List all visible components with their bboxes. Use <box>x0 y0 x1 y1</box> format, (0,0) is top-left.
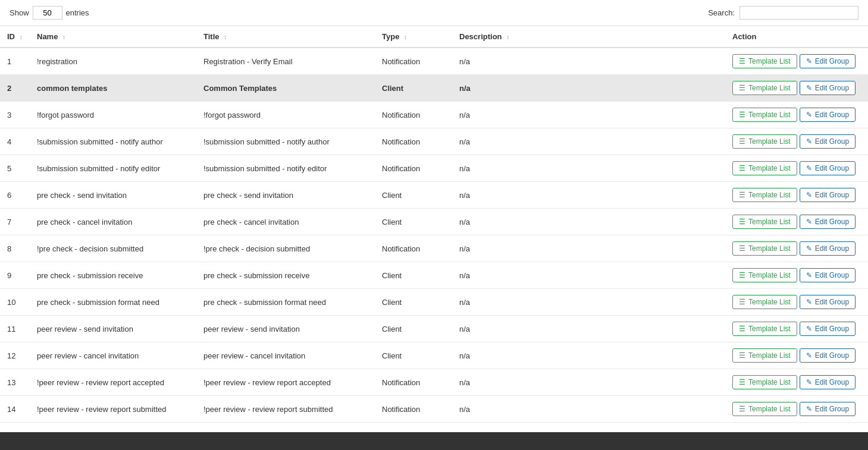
edit-group-button[interactable]: ✎Edit Group <box>800 188 856 202</box>
cell-type: Notification <box>375 369 452 396</box>
template-list-button[interactable]: ☰Template List <box>732 295 797 309</box>
edit-group-label: Edit Group <box>815 405 849 413</box>
cell-name: !forgot password <box>30 102 196 128</box>
cell-action: ☰Template List✎Edit Group <box>725 316 868 342</box>
cell-title: !forgot password <box>196 102 375 128</box>
template-list-button[interactable]: ☰Template List <box>732 268 797 282</box>
cell-type: Client <box>375 262 452 289</box>
cell-name: !registration <box>30 48 196 75</box>
cell-id: 13 <box>0 369 30 396</box>
cell-type: Notification <box>375 396 452 423</box>
edit-group-button[interactable]: ✎Edit Group <box>800 161 856 175</box>
cell-action: ☰Template List✎Edit Group <box>725 209 868 235</box>
edit-group-label: Edit Group <box>815 191 849 199</box>
col-header-description[interactable]: Description ↕ <box>452 26 725 48</box>
search-area: Search: <box>708 6 858 20</box>
cell-description: n/a <box>452 155 725 182</box>
edit-group-button[interactable]: ✎Edit Group <box>800 215 856 229</box>
cell-type: Notification <box>375 155 452 182</box>
edit-group-button[interactable]: ✎Edit Group <box>800 268 856 282</box>
template-list-label: Template List <box>748 298 791 306</box>
cell-title: pre check - cancel invitation <box>196 209 375 235</box>
col-header-id[interactable]: ID ↕ <box>0 26 30 48</box>
template-list-button[interactable]: ☰Template List <box>732 215 797 229</box>
edit-group-button[interactable]: ✎Edit Group <box>800 241 856 256</box>
edit-icon: ✎ <box>806 164 812 172</box>
edit-icon: ✎ <box>806 244 812 253</box>
edit-group-label: Edit Group <box>815 351 849 360</box>
cell-description: n/a <box>452 102 725 128</box>
table-row: 8!pre check - decision submitted!pre che… <box>0 235 868 262</box>
cell-title: !peer review - review report accepted <box>196 369 375 396</box>
template-list-button[interactable]: ☰Template List <box>732 375 797 389</box>
edit-group-label: Edit Group <box>815 378 849 386</box>
template-list-button[interactable]: ☰Template List <box>732 241 797 256</box>
template-list-label: Template List <box>748 164 791 172</box>
data-table: ID ↕ Name ↕ Title ↕ Type ↕ Description ↕… <box>0 26 868 423</box>
cell-description: n/a <box>452 369 725 396</box>
cell-id: 14 <box>0 396 30 423</box>
table-row: 6pre check - send invitationpre check - … <box>0 182 868 209</box>
col-header-name[interactable]: Name ↕ <box>30 26 196 48</box>
cell-type: Client <box>375 289 452 316</box>
template-list-button[interactable]: ☰Template List <box>732 134 797 149</box>
edit-group-button[interactable]: ✎Edit Group <box>800 134 856 149</box>
entries-input[interactable] <box>33 6 62 20</box>
list-icon: ☰ <box>739 164 745 172</box>
col-header-type[interactable]: Type ↕ <box>375 26 452 48</box>
table-row: 11peer review - send invitationpeer revi… <box>0 316 868 342</box>
cell-action: ☰Template List✎Edit Group <box>725 155 868 182</box>
cell-id: 2 <box>0 75 30 102</box>
template-list-button[interactable]: ☰Template List <box>732 161 797 175</box>
edit-icon: ✎ <box>806 191 812 199</box>
template-list-label: Template List <box>748 218 791 226</box>
edit-icon: ✎ <box>806 325 812 333</box>
template-list-label: Template List <box>748 244 791 253</box>
list-icon: ☰ <box>739 271 745 279</box>
template-list-button[interactable]: ☰Template List <box>732 81 797 95</box>
template-list-button[interactable]: ☰Template List <box>732 188 797 202</box>
cell-name: peer review - cancel invitation <box>30 342 196 369</box>
table-row: 13!peer review - review report accepted!… <box>0 369 868 396</box>
template-list-label: Template List <box>748 57 791 65</box>
edit-group-button[interactable]: ✎Edit Group <box>800 402 856 416</box>
edit-group-button[interactable]: ✎Edit Group <box>800 81 856 95</box>
edit-group-button[interactable]: ✎Edit Group <box>800 108 856 122</box>
edit-group-button[interactable]: ✎Edit Group <box>800 348 856 363</box>
template-list-label: Template List <box>748 351 791 360</box>
edit-group-button[interactable]: ✎Edit Group <box>800 54 856 68</box>
template-list-button[interactable]: ☰Template List <box>732 108 797 122</box>
sort-icon-name: ↕ <box>62 34 65 40</box>
edit-group-button[interactable]: ✎Edit Group <box>800 295 856 309</box>
table-row: 2common templatesCommon TemplatesClientn… <box>0 75 868 102</box>
cell-type: Client <box>375 209 452 235</box>
edit-group-label: Edit Group <box>815 57 849 65</box>
template-list-label: Template List <box>748 137 791 146</box>
cell-action: ☰Template List✎Edit Group <box>725 182 868 209</box>
cell-name: !submission submitted - notify author <box>30 128 196 155</box>
edit-group-button[interactable]: ✎Edit Group <box>800 375 856 389</box>
edit-group-button[interactable]: ✎Edit Group <box>800 322 856 336</box>
cell-name: common templates <box>30 75 196 102</box>
template-list-button[interactable]: ☰Template List <box>732 54 797 68</box>
col-header-title[interactable]: Title ↕ <box>196 26 375 48</box>
cell-action: ☰Template List✎Edit Group <box>725 128 868 155</box>
cell-title: pre check - submission format need <box>196 289 375 316</box>
cell-action: ☰Template List✎Edit Group <box>725 235 868 262</box>
table-row: 3!forgot password!forgot passwordNotific… <box>0 102 868 128</box>
cell-type: Client <box>375 75 452 102</box>
cell-description: n/a <box>452 289 725 316</box>
table-row: 9pre check - submission receivepre check… <box>0 262 868 289</box>
list-icon: ☰ <box>739 378 745 386</box>
template-list-button[interactable]: ☰Template List <box>732 348 797 363</box>
cell-title: pre check - send invitation <box>196 182 375 209</box>
cell-description: n/a <box>452 209 725 235</box>
template-list-button[interactable]: ☰Template List <box>732 322 797 336</box>
cell-id: 11 <box>0 316 30 342</box>
template-list-button[interactable]: ☰Template List <box>732 402 797 416</box>
sort-icon-description: ↕ <box>506 34 509 40</box>
search-input[interactable] <box>739 6 858 20</box>
cell-id: 1 <box>0 48 30 75</box>
edit-icon: ✎ <box>806 271 812 279</box>
template-list-label: Template List <box>748 325 791 333</box>
